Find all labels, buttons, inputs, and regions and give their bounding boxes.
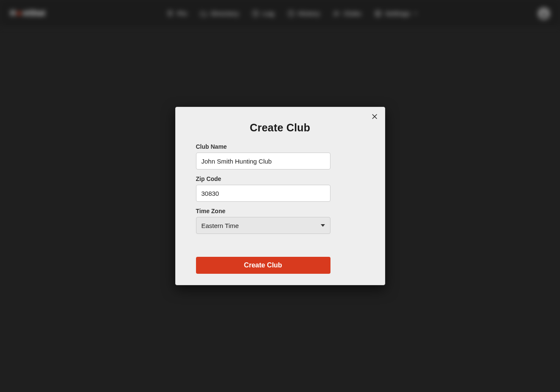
create-club-button[interactable]: Create Club [196,257,330,274]
field-time-zone: Time Zone Eastern Time [196,208,364,234]
field-club-name: Club Name [196,143,364,170]
caret-down-icon [321,224,325,227]
zip-code-label: Zip Code [196,175,364,182]
zip-code-input[interactable] [196,185,330,202]
create-club-modal: Create Club Club Name Zip Code Time Zone… [175,107,385,285]
modal-title: Create Club [196,122,364,134]
close-button[interactable] [370,111,380,122]
time-zone-select[interactable]: Eastern Time [196,217,330,234]
time-zone-value: Eastern Time [202,222,239,229]
club-name-label: Club Name [196,143,364,150]
field-zip-code: Zip Code [196,175,364,202]
time-zone-label: Time Zone [196,208,364,214]
close-icon [371,113,378,120]
club-name-input[interactable] [196,153,330,170]
modal-overlay: Create Club Club Name Zip Code Time Zone… [0,0,560,392]
